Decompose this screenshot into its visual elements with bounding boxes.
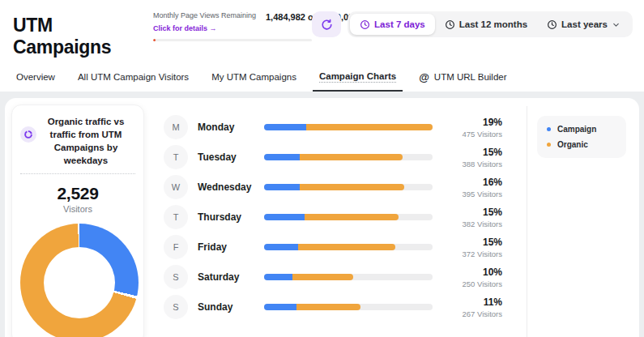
tab-label: Overview xyxy=(16,72,55,83)
visitors-count: 395 Visitors xyxy=(449,190,502,198)
organic-bar-segment[interactable] xyxy=(300,154,403,160)
page-title: UTM Campaigns xyxy=(13,15,135,58)
tab-campaign-charts[interactable]: Campaign Charts xyxy=(319,71,396,92)
refresh-icon xyxy=(321,19,333,31)
bar-track[interactable] xyxy=(264,214,433,220)
organic-bar-segment[interactable] xyxy=(300,184,404,190)
weekday-label: Monday xyxy=(198,122,264,133)
tab-bar: Overview All UTM Campaign Visitors My UT… xyxy=(13,58,633,92)
tab-label: UTM URL Builder xyxy=(434,72,507,83)
visitors-count: 267 Visitors xyxy=(449,309,502,318)
organic-bar-segment[interactable] xyxy=(296,304,360,310)
weekday-row: M Monday 19% 475 Visitors xyxy=(164,115,502,139)
page-views-label: Monthly Page Views Remaining xyxy=(153,11,256,19)
tab-my-utm-campaigns[interactable]: My UTM Campaigns xyxy=(211,71,296,92)
time-range-segmented-control: Last 7 days Last 12 months Last years xyxy=(348,11,633,37)
click-for-details-link[interactable]: Click for details → xyxy=(153,24,217,32)
time-range-last-7-days[interactable]: Last 7 days xyxy=(350,14,435,35)
legend-dot xyxy=(547,143,551,147)
campaign-bar-segment[interactable] xyxy=(264,244,298,250)
tab-all-utm-campaign-visitors[interactable]: All UTM Campaign Visitors xyxy=(78,71,189,92)
total-visitors-label: Visitors xyxy=(20,204,135,214)
row-stats: 11% 267 Visitors xyxy=(449,296,502,318)
campaign-bar-segment[interactable] xyxy=(264,304,296,310)
bar-track[interactable] xyxy=(264,184,433,190)
organic-bar-segment[interactable] xyxy=(306,124,433,130)
tab-overview[interactable]: Overview xyxy=(16,71,55,92)
bar-track[interactable] xyxy=(264,244,433,250)
page-views-progress-fill xyxy=(153,39,156,41)
weekday-label: Wednesday xyxy=(198,181,264,193)
weekday-badge: T xyxy=(164,145,188,169)
time-range-last-12-months[interactable]: Last 12 months xyxy=(435,14,537,35)
donut-card-title: Organic traffic vs traffic from UTM Camp… xyxy=(36,115,135,167)
weekday-label: Friday xyxy=(198,241,264,253)
weekday-label: Sunday xyxy=(198,301,264,313)
bar-track[interactable] xyxy=(264,154,433,160)
at-link-icon: @ xyxy=(419,72,429,83)
visitors-count: 388 Visitors xyxy=(449,160,502,168)
bar-track[interactable] xyxy=(264,124,433,130)
row-stats: 15% 388 Visitors xyxy=(449,147,502,168)
weekday-badge: T xyxy=(164,205,188,229)
row-stats: 15% 372 Visitors xyxy=(449,237,502,258)
campaign-bar-segment[interactable] xyxy=(264,154,300,160)
weekday-label: Thursday xyxy=(198,211,264,223)
time-range-last-years[interactable]: Last years xyxy=(537,14,630,35)
campaign-percent: 15% xyxy=(449,237,502,248)
total-visitors-value: 2,529 xyxy=(20,184,135,203)
campaign-bar-segment[interactable] xyxy=(264,184,300,190)
organic-bar-segment[interactable] xyxy=(305,214,399,220)
weekday-row: F Friday 15% 372 Visitors xyxy=(164,235,502,259)
campaign-charts-panel: Organic traffic vs traffic from UTM Camp… xyxy=(5,98,639,337)
clock-icon xyxy=(547,19,557,30)
visitors-count: 382 Visitors xyxy=(449,220,502,228)
weekday-row: S Saturday 10% 250 Visitors xyxy=(164,265,502,289)
page-views-progress-bar xyxy=(153,39,312,41)
bar-track[interactable] xyxy=(264,304,433,310)
page-views-remaining-widget: Monthly Page Views Remaining Click for d… xyxy=(153,11,312,41)
chart-legend: Campaign Organic xyxy=(537,116,626,158)
time-range-label: Last years xyxy=(561,19,608,29)
legend-dot xyxy=(547,127,551,131)
weekday-badge: W xyxy=(164,175,188,199)
row-stats: 10% 250 Visitors xyxy=(449,267,502,288)
donut-summary-card: Organic traffic vs traffic from UTM Camp… xyxy=(11,105,144,337)
organic-bar-segment[interactable] xyxy=(298,244,396,250)
row-stats: 16% 395 Visitors xyxy=(449,177,502,198)
bar-track[interactable] xyxy=(264,274,433,280)
campaign-bar-segment[interactable] xyxy=(264,214,305,220)
donut-chart[interactable] xyxy=(20,224,139,337)
weekday-label: Tuesday xyxy=(198,151,264,163)
campaign-percent: 15% xyxy=(449,147,502,158)
row-stats: 15% 382 Visitors xyxy=(449,207,502,228)
weekday-label: Saturday xyxy=(198,271,264,283)
visitors-count: 372 Visitors xyxy=(449,250,502,258)
campaign-percent: 15% xyxy=(449,207,502,218)
weekday-row: T Tuesday 15% 388 Visitors xyxy=(164,145,502,169)
tab-utm-url-builder[interactable]: @ UTM URL Builder xyxy=(419,71,506,92)
tab-label: My UTM Campaigns xyxy=(211,72,296,83)
time-range-label: Last 12 months xyxy=(459,19,527,29)
campaign-percent: 19% xyxy=(449,117,502,128)
legend-item-campaign: Campaign xyxy=(547,125,616,134)
top-header-section: UTM Campaigns Monthly Page Views Remaini… xyxy=(0,0,644,92)
tab-label: Campaign Charts xyxy=(319,71,396,83)
tab-label: All UTM Campaign Visitors xyxy=(78,72,189,83)
organic-bar-segment[interactable] xyxy=(292,274,353,280)
campaign-bar-segment[interactable] xyxy=(264,124,306,130)
refresh-button[interactable] xyxy=(312,11,341,37)
weekday-badge: S xyxy=(164,265,188,289)
legend-label: Organic xyxy=(557,140,588,149)
campaign-percent: 10% xyxy=(449,267,502,278)
legend-column: Campaign Organic xyxy=(527,105,633,337)
weekday-badge: M xyxy=(164,115,188,139)
clock-icon xyxy=(360,19,370,30)
bar-rows: M Monday 19% 475 Visitors T Tuesday 15% … xyxy=(144,105,515,337)
weekday-badge: S xyxy=(164,295,188,319)
time-range-label: Last 7 days xyxy=(374,19,425,29)
legend-item-organic: Organic xyxy=(547,140,616,149)
legend-label: Campaign xyxy=(557,125,596,134)
campaign-bar-segment[interactable] xyxy=(264,274,292,280)
visitors-count: 475 Visitors xyxy=(449,130,502,139)
